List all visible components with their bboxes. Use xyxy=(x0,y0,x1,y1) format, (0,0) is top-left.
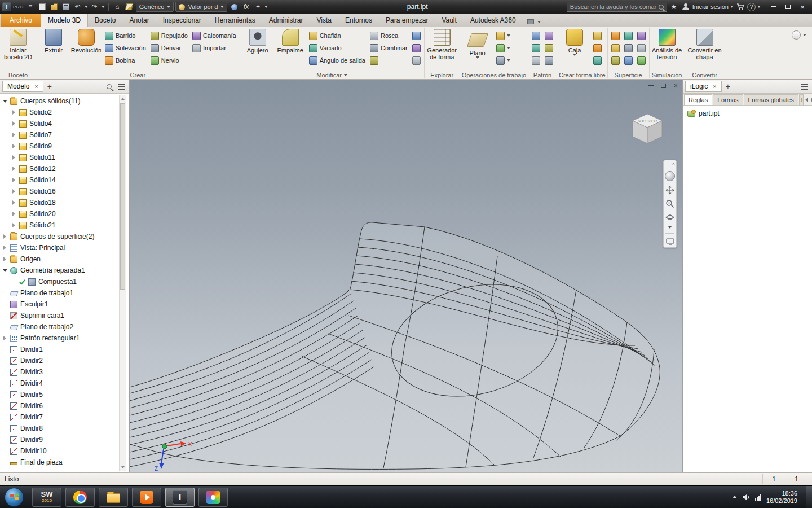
tree-item[interactable]: Dividir8 xyxy=(0,423,129,434)
tree-item[interactable]: Suprimir cara1 xyxy=(0,310,129,321)
save-button[interactable] xyxy=(61,2,71,12)
tab-entornos[interactable]: Entornos xyxy=(338,14,379,27)
redo-caret-icon[interactable] xyxy=(102,6,105,8)
extrude-button[interactable]: Extruir xyxy=(38,28,69,54)
stitch-button[interactable] xyxy=(610,30,621,41)
loft-button[interactable]: Solevación xyxy=(103,42,148,54)
scroll-down-button[interactable] xyxy=(120,464,126,471)
help-button[interactable]: ? xyxy=(747,3,756,11)
window-close-button[interactable]: × xyxy=(795,2,810,12)
taskbar-chrome-button[interactable] xyxy=(65,488,95,507)
tree-item[interactable]: Geometría reparada1 xyxy=(0,265,129,276)
signin-caret-icon[interactable] xyxy=(730,6,734,8)
expand-arrow[interactable] xyxy=(2,268,7,273)
expand-arrow[interactable] xyxy=(11,189,16,194)
ribbon-display-caret-icon[interactable] xyxy=(537,21,541,23)
tree-item[interactable]: Dividir4 xyxy=(0,378,129,389)
tree-item[interactable]: Origen xyxy=(0,253,129,265)
feature-pattern-button[interactable] xyxy=(543,42,555,54)
tab-inspeccionar[interactable]: Inspeccionar xyxy=(156,14,208,27)
zoom-icon[interactable] xyxy=(665,199,674,208)
taskbar-media-button[interactable] xyxy=(132,488,161,507)
freeform-plane-button[interactable] xyxy=(592,30,603,41)
freeform-box-button[interactable]: Caja xyxy=(559,28,590,56)
document-close-button[interactable]: × xyxy=(673,81,678,90)
shell-button[interactable]: Vaciado xyxy=(307,42,367,54)
tree-item[interactable]: Plano de trabajo2 xyxy=(0,321,129,332)
new-file-button[interactable] xyxy=(37,2,47,12)
expand-arrow[interactable] xyxy=(11,121,16,126)
open-file-button[interactable] xyxy=(49,2,59,12)
tree-item[interactable]: Sólido7 xyxy=(0,129,129,141)
circular-pattern-button[interactable] xyxy=(530,42,542,54)
expand-arrow[interactable] xyxy=(11,144,16,149)
tab-administrar[interactable]: Administrar xyxy=(262,14,310,27)
expand-arrow[interactable] xyxy=(11,155,16,160)
window-minimize-button[interactable] xyxy=(766,2,780,12)
tree-item[interactable]: Final de pieza xyxy=(0,457,129,468)
patch-button[interactable] xyxy=(610,42,621,54)
tree-item[interactable]: Plano de trabajo1 xyxy=(0,287,129,299)
expand-arrow[interactable] xyxy=(11,110,16,115)
ilogic-tab[interactable]: iLogic × xyxy=(685,81,722,92)
subtab-scroll-left-icon[interactable] xyxy=(805,98,808,102)
hidden-icons-arrow-icon[interactable] xyxy=(732,496,737,498)
viewcube-top-label[interactable]: SUPERIOR xyxy=(638,119,657,123)
ucs-button[interactable] xyxy=(495,55,512,66)
sweep-button[interactable]: Barrido xyxy=(103,30,148,41)
browser-search-icon[interactable] xyxy=(107,84,112,89)
thread-button[interactable]: Rosca xyxy=(368,30,409,41)
appearance-dropdown[interactable]: Valor por d xyxy=(175,2,227,12)
document-restore-button[interactable] xyxy=(661,84,666,88)
fillet-button[interactable]: Empalme xyxy=(275,28,306,54)
favorites-star-icon[interactable]: ★ xyxy=(669,2,679,12)
work-point-button[interactable] xyxy=(495,42,512,54)
navbar-close-icon[interactable]: × xyxy=(672,161,675,167)
view-options-button[interactable] xyxy=(792,30,801,40)
expand-arrow[interactable] xyxy=(11,212,16,217)
viewport-3d[interactable]: SUPERIOR X Z × × xyxy=(130,80,682,472)
tab-vault[interactable]: Vault xyxy=(435,14,463,27)
viewcube[interactable]: SUPERIOR xyxy=(633,114,662,143)
signin-label[interactable]: Iniciar sesión xyxy=(692,3,729,10)
offset-surface-button[interactable] xyxy=(636,42,647,54)
tree-item[interactable]: Compuesta1 xyxy=(0,276,129,287)
expand-arrow[interactable] xyxy=(2,336,7,341)
revolve-button[interactable]: Revolución xyxy=(70,28,102,54)
undo-caret-icon[interactable] xyxy=(85,6,88,8)
signin-person-icon[interactable] xyxy=(681,2,691,12)
add-panel-button[interactable]: + xyxy=(47,82,52,91)
browser-menu-icon[interactable] xyxy=(118,84,125,90)
close-icon[interactable]: × xyxy=(713,83,716,90)
stress-analysis-button[interactable]: Análisis de tensión xyxy=(651,28,683,61)
browser-tab-modelo[interactable]: Modelo × xyxy=(2,81,43,92)
shape-generator-button[interactable]: Generador de forma xyxy=(426,28,458,61)
scroll-thumb[interactable] xyxy=(120,103,125,290)
copy-object-button[interactable] xyxy=(368,55,409,66)
tree-item[interactable]: Sólido11 xyxy=(0,152,129,163)
home-view-button[interactable]: ⌂ xyxy=(112,2,122,12)
split-button[interactable] xyxy=(411,42,422,54)
taskbar-paint-button[interactable] xyxy=(198,488,228,507)
tree-item[interactable]: Dividir10 xyxy=(0,445,129,457)
redo-button[interactable]: ↷ xyxy=(90,2,100,12)
tab-autodesk-a360[interactable]: Autodesk A360 xyxy=(464,14,523,27)
app-menu-icon[interactable]: ≡ xyxy=(25,2,36,12)
tree-item[interactable]: Sólido18 xyxy=(0,197,129,208)
network-icon[interactable] xyxy=(755,494,761,501)
add-panel-button[interactable]: + xyxy=(726,82,730,91)
app-store-button[interactable] xyxy=(735,2,745,12)
expand-arrow[interactable] xyxy=(2,234,7,239)
tree-item[interactable]: Dividir5 xyxy=(0,389,129,400)
taskbar-explorer-button[interactable] xyxy=(99,488,128,507)
sketch-pattern-button[interactable] xyxy=(543,30,555,41)
adjust-appearance-button[interactable] xyxy=(229,2,239,12)
tree-item[interactable]: Esculpir1 xyxy=(0,299,129,310)
tree-item[interactable]: Dividir3 xyxy=(0,366,129,378)
taskbar-inventor-button[interactable]: I xyxy=(165,488,195,507)
extend-button[interactable] xyxy=(623,30,634,41)
tree-item[interactable]: Dividir7 xyxy=(0,411,129,423)
tree-item[interactable]: Sólido12 xyxy=(0,163,129,174)
tree-item[interactable]: Dividir2 xyxy=(0,355,129,366)
tab-herramientas[interactable]: Herramientas xyxy=(208,14,262,27)
